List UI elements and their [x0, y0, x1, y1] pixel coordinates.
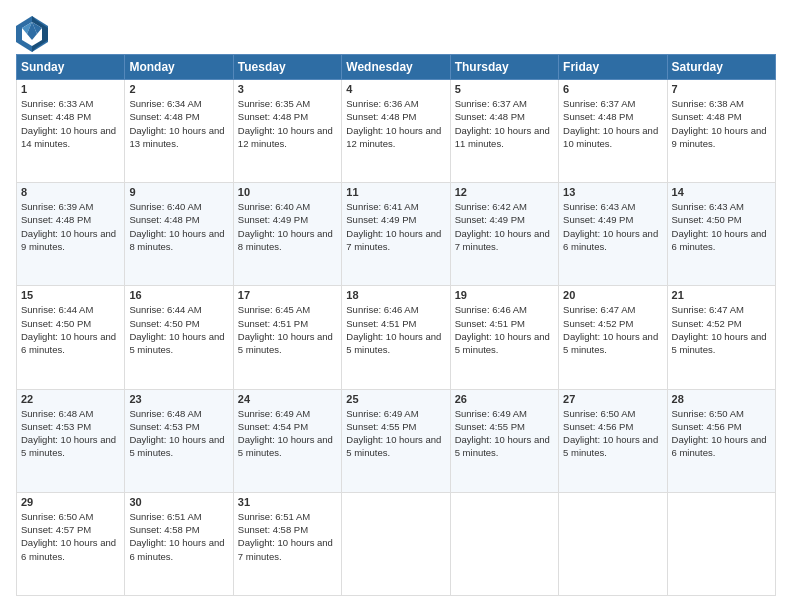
- calendar-day-cell: [342, 492, 450, 595]
- page: SundayMondayTuesdayWednesdayThursdayFrid…: [0, 0, 792, 612]
- calendar-day-cell: 2Sunrise: 6:34 AMSunset: 4:48 PMDaylight…: [125, 80, 233, 183]
- calendar-day-cell: 25Sunrise: 6:49 AMSunset: 4:55 PMDayligh…: [342, 389, 450, 492]
- calendar-day-cell: 12Sunrise: 6:42 AMSunset: 4:49 PMDayligh…: [450, 183, 558, 286]
- logo-icon: [16, 16, 44, 44]
- calendar-day-cell: [559, 492, 667, 595]
- calendar-day-cell: 14Sunrise: 6:43 AMSunset: 4:50 PMDayligh…: [667, 183, 775, 286]
- day-header-friday: Friday: [559, 55, 667, 80]
- day-header-thursday: Thursday: [450, 55, 558, 80]
- calendar-day-cell: 22Sunrise: 6:48 AMSunset: 4:53 PMDayligh…: [17, 389, 125, 492]
- calendar-day-cell: 8Sunrise: 6:39 AMSunset: 4:48 PMDaylight…: [17, 183, 125, 286]
- calendar-day-cell: 20Sunrise: 6:47 AMSunset: 4:52 PMDayligh…: [559, 286, 667, 389]
- calendar-day-cell: 6Sunrise: 6:37 AMSunset: 4:48 PMDaylight…: [559, 80, 667, 183]
- calendar-week-row: 15Sunrise: 6:44 AMSunset: 4:50 PMDayligh…: [17, 286, 776, 389]
- calendar-day-cell: 9Sunrise: 6:40 AMSunset: 4:48 PMDaylight…: [125, 183, 233, 286]
- calendar-week-row: 29Sunrise: 6:50 AMSunset: 4:57 PMDayligh…: [17, 492, 776, 595]
- day-header-saturday: Saturday: [667, 55, 775, 80]
- calendar-day-cell: 28Sunrise: 6:50 AMSunset: 4:56 PMDayligh…: [667, 389, 775, 492]
- calendar-body: 1Sunrise: 6:33 AMSunset: 4:48 PMDaylight…: [17, 80, 776, 596]
- calendar-day-cell: 3Sunrise: 6:35 AMSunset: 4:48 PMDaylight…: [233, 80, 341, 183]
- calendar-day-cell: 31Sunrise: 6:51 AMSunset: 4:58 PMDayligh…: [233, 492, 341, 595]
- calendar-day-cell: 29Sunrise: 6:50 AMSunset: 4:57 PMDayligh…: [17, 492, 125, 595]
- calendar-day-cell: 17Sunrise: 6:45 AMSunset: 4:51 PMDayligh…: [233, 286, 341, 389]
- calendar-day-cell: [667, 492, 775, 595]
- day-header-monday: Monday: [125, 55, 233, 80]
- calendar-week-row: 8Sunrise: 6:39 AMSunset: 4:48 PMDaylight…: [17, 183, 776, 286]
- calendar-week-row: 22Sunrise: 6:48 AMSunset: 4:53 PMDayligh…: [17, 389, 776, 492]
- calendar-day-cell: 23Sunrise: 6:48 AMSunset: 4:53 PMDayligh…: [125, 389, 233, 492]
- day-header-tuesday: Tuesday: [233, 55, 341, 80]
- calendar-day-cell: 4Sunrise: 6:36 AMSunset: 4:48 PMDaylight…: [342, 80, 450, 183]
- logo: [16, 16, 46, 44]
- calendar-day-cell: [450, 492, 558, 595]
- calendar-day-cell: 11Sunrise: 6:41 AMSunset: 4:49 PMDayligh…: [342, 183, 450, 286]
- calendar-day-cell: 16Sunrise: 6:44 AMSunset: 4:50 PMDayligh…: [125, 286, 233, 389]
- calendar-day-cell: 19Sunrise: 6:46 AMSunset: 4:51 PMDayligh…: [450, 286, 558, 389]
- day-header-wednesday: Wednesday: [342, 55, 450, 80]
- calendar-day-cell: 5Sunrise: 6:37 AMSunset: 4:48 PMDaylight…: [450, 80, 558, 183]
- header: [16, 16, 776, 44]
- calendar-week-row: 1Sunrise: 6:33 AMSunset: 4:48 PMDaylight…: [17, 80, 776, 183]
- calendar-day-cell: 27Sunrise: 6:50 AMSunset: 4:56 PMDayligh…: [559, 389, 667, 492]
- day-header-sunday: Sunday: [17, 55, 125, 80]
- calendar-day-cell: 18Sunrise: 6:46 AMSunset: 4:51 PMDayligh…: [342, 286, 450, 389]
- calendar-day-cell: 30Sunrise: 6:51 AMSunset: 4:58 PMDayligh…: [125, 492, 233, 595]
- calendar-day-cell: 15Sunrise: 6:44 AMSunset: 4:50 PMDayligh…: [17, 286, 125, 389]
- calendar-day-cell: 7Sunrise: 6:38 AMSunset: 4:48 PMDaylight…: [667, 80, 775, 183]
- calendar-day-cell: 13Sunrise: 6:43 AMSunset: 4:49 PMDayligh…: [559, 183, 667, 286]
- calendar-day-cell: 21Sunrise: 6:47 AMSunset: 4:52 PMDayligh…: [667, 286, 775, 389]
- calendar-header-row: SundayMondayTuesdayWednesdayThursdayFrid…: [17, 55, 776, 80]
- calendar-day-cell: 10Sunrise: 6:40 AMSunset: 4:49 PMDayligh…: [233, 183, 341, 286]
- calendar-day-cell: 1Sunrise: 6:33 AMSunset: 4:48 PMDaylight…: [17, 80, 125, 183]
- calendar-table: SundayMondayTuesdayWednesdayThursdayFrid…: [16, 54, 776, 596]
- calendar-day-cell: 24Sunrise: 6:49 AMSunset: 4:54 PMDayligh…: [233, 389, 341, 492]
- calendar-day-cell: 26Sunrise: 6:49 AMSunset: 4:55 PMDayligh…: [450, 389, 558, 492]
